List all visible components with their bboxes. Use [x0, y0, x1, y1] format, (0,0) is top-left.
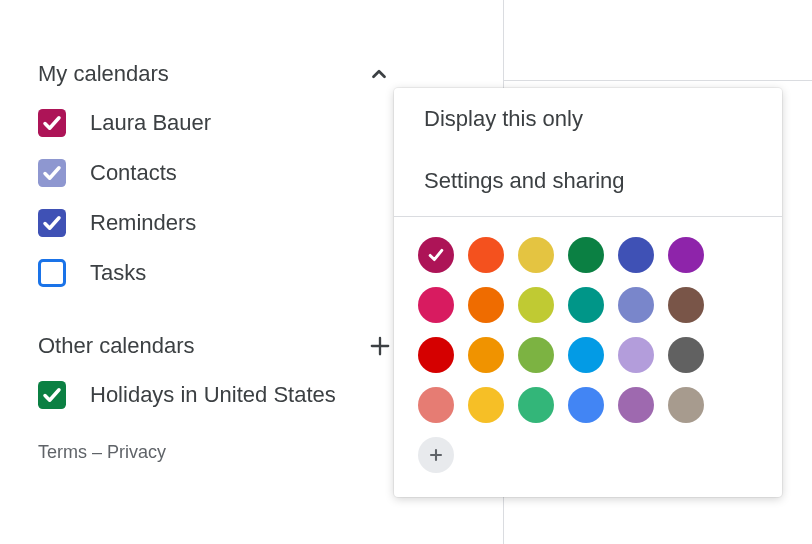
- calendar-label: Tasks: [90, 260, 146, 286]
- footer-separator: –: [87, 442, 107, 462]
- other-calendars-header[interactable]: Other calendars: [38, 322, 398, 370]
- color-swatch[interactable]: [618, 387, 654, 423]
- color-swatch[interactable]: [668, 237, 704, 273]
- my-calendar-item[interactable]: Tasks: [38, 248, 398, 298]
- my-calendar-item[interactable]: Reminders: [38, 198, 398, 248]
- my-calendars-list: Laura BauerContactsRemindersTasks: [38, 98, 398, 298]
- calendar-label: Holidays in United States: [90, 382, 336, 408]
- color-swatch[interactable]: [418, 337, 454, 373]
- menu-display-this-only[interactable]: Display this only: [394, 88, 782, 150]
- color-swatch-selected[interactable]: [418, 237, 454, 273]
- color-swatch-grid: [394, 233, 782, 477]
- color-swatch[interactable]: [568, 237, 604, 273]
- calendar-label: Contacts: [90, 160, 177, 186]
- calendar-checkbox[interactable]: [38, 109, 66, 137]
- calendar-checkbox[interactable]: [38, 209, 66, 237]
- color-swatch[interactable]: [518, 337, 554, 373]
- other-calendars-list: Holidays in United States: [38, 370, 398, 420]
- color-swatch[interactable]: [468, 387, 504, 423]
- color-swatch[interactable]: [618, 287, 654, 323]
- color-swatch[interactable]: [668, 337, 704, 373]
- color-swatch[interactable]: [518, 287, 554, 323]
- color-swatch[interactable]: [668, 287, 704, 323]
- add-calendar-button[interactable]: [362, 328, 398, 364]
- calendar-checkbox[interactable]: [38, 259, 66, 287]
- other-calendar-item[interactable]: Holidays in United States: [38, 370, 398, 420]
- my-calendars-title: My calendars: [38, 61, 169, 87]
- my-calendar-item[interactable]: Laura Bauer: [38, 98, 398, 148]
- color-swatch[interactable]: [668, 387, 704, 423]
- horizontal-divider: [503, 80, 812, 81]
- footer-links: Terms – Privacy: [38, 442, 398, 463]
- terms-link[interactable]: Terms: [38, 442, 87, 462]
- color-swatch[interactable]: [618, 337, 654, 373]
- color-swatch[interactable]: [468, 237, 504, 273]
- color-swatch[interactable]: [568, 337, 604, 373]
- color-swatch[interactable]: [568, 387, 604, 423]
- menu-settings-sharing[interactable]: Settings and sharing: [394, 150, 782, 212]
- color-swatch[interactable]: [518, 387, 554, 423]
- popup-divider: [394, 216, 782, 217]
- calendar-label: Reminders: [90, 210, 196, 236]
- add-custom-color-button[interactable]: [418, 437, 454, 473]
- chevron-up-icon: [368, 63, 390, 85]
- calendar-options-popup: Display this only Settings and sharing: [394, 88, 782, 497]
- calendar-sidebar: My calendars Laura BauerContactsReminder…: [38, 50, 398, 463]
- color-swatch[interactable]: [468, 287, 504, 323]
- calendar-label: Laura Bauer: [90, 110, 211, 136]
- color-swatch[interactable]: [568, 287, 604, 323]
- calendar-checkbox[interactable]: [38, 159, 66, 187]
- color-swatch[interactable]: [418, 287, 454, 323]
- my-calendar-item[interactable]: Contacts: [38, 148, 398, 198]
- color-swatch[interactable]: [468, 337, 504, 373]
- privacy-link[interactable]: Privacy: [107, 442, 166, 462]
- my-calendars-header[interactable]: My calendars: [38, 50, 398, 98]
- calendar-checkbox[interactable]: [38, 381, 66, 409]
- color-swatch[interactable]: [618, 237, 654, 273]
- other-calendars-title: Other calendars: [38, 333, 195, 359]
- color-swatch[interactable]: [518, 237, 554, 273]
- color-swatch[interactable]: [418, 387, 454, 423]
